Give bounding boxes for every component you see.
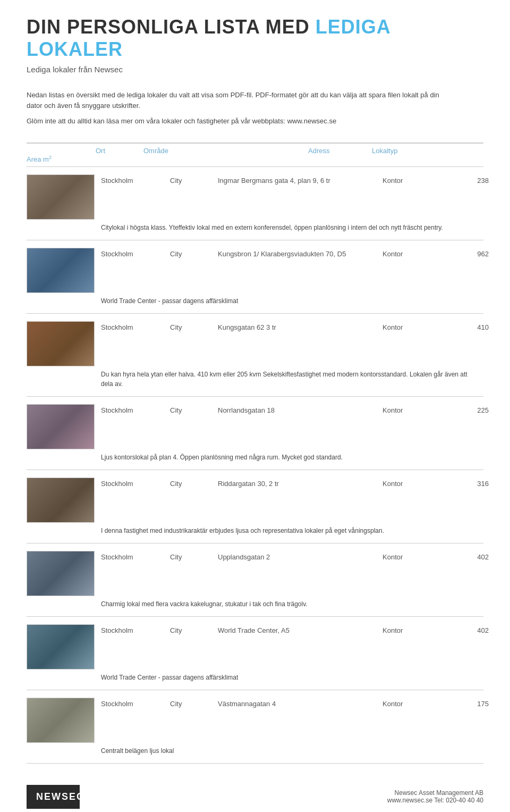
main-title: DIN PERSONLIGA LISTA MED LEDIGA LOKALER <box>27 16 483 61</box>
listing-address-4: Norrlandsgatan 18 <box>218 404 382 414</box>
col-adress: Adress <box>308 147 372 155</box>
listing-size-3: 410 <box>446 321 489 331</box>
listings-container: Stockholm City Ingmar Bergmans gata 4, p… <box>27 167 483 764</box>
listing-description-7: World Trade Center - passar dagens affär… <box>27 673 483 682</box>
listing-type-7: Kontor <box>382 624 446 634</box>
footer-website: www.newsec.se Tel: 020-40 40 40 <box>387 797 483 804</box>
listing-city-6: Stockholm <box>101 551 170 561</box>
listing-type-8: Kontor <box>382 698 446 708</box>
listing-image-1 <box>27 174 95 220</box>
listing-size-8: 175 <box>446 698 489 708</box>
listing-description-6: Charmig lokal med flera vackra kakelugna… <box>27 599 483 609</box>
listing-image-4 <box>27 404 95 449</box>
listing-area-5: City <box>170 478 218 488</box>
listing-address-2: Kungsbron 1/ Klarabergsviadukten 70, D5 <box>218 248 382 258</box>
listing-row: Stockholm City Kungsbron 1/ Klarabergsvi… <box>27 240 483 314</box>
listing-area-4: City <box>170 404 218 414</box>
listing-image-3 <box>27 321 95 366</box>
listing-area-7: City <box>170 624 218 634</box>
listing-address-7: World Trade Center, A5 <box>218 624 382 634</box>
listing-area-2: City <box>170 248 218 258</box>
subtitle: Lediga lokaler från Newsec <box>27 65 483 74</box>
footer-contact: Newsec Asset Management AB www.newsec.se… <box>387 789 483 804</box>
listing-description-3: Du kan hyra hela ytan eller halva. 410 k… <box>27 370 483 389</box>
intro-line2: Glöm inte att du alltid kan läsa mer om … <box>27 116 452 127</box>
title-part1: DIN PERSONLIGA LISTA MED <box>27 16 310 38</box>
listing-address-8: Västmannagatan 4 <box>218 698 382 708</box>
listing-image-5 <box>27 478 95 523</box>
listing-description-5: I denna fastighet med industrikaraktär e… <box>27 526 483 535</box>
listing-row: Stockholm City Västmannagatan 4 Kontor 1… <box>27 690 483 764</box>
listing-city-4: Stockholm <box>101 404 170 414</box>
footer-company: Newsec Asset Management AB <box>387 789 483 797</box>
col-omrade: Område <box>143 147 308 155</box>
listing-row: Stockholm City Ingmar Bergmans gata 4, p… <box>27 167 483 240</box>
listing-size-4: 225 <box>446 404 489 414</box>
listing-area-6: City <box>170 551 218 561</box>
listing-address-1: Ingmar Bergmans gata 4, plan 9, 6 tr <box>218 174 382 185</box>
listing-description-1: Citylokal i högsta klass. Yteffektiv lok… <box>27 223 483 232</box>
listing-city-7: Stockholm <box>101 624 170 634</box>
listing-area-3: City <box>170 321 218 331</box>
col-ort: Ort <box>96 147 143 155</box>
listing-size-1: 238 <box>446 174 489 185</box>
listing-image-8 <box>27 698 95 743</box>
listing-area-1: City <box>170 174 218 185</box>
listing-type-2: Kontor <box>382 248 446 258</box>
listing-size-5: 316 <box>446 478 489 488</box>
newsec-logo: NEWSEC <box>27 785 80 809</box>
listing-address-5: Riddargatan 30, 2 tr <box>218 478 382 488</box>
listing-description-8: Centralt belägen ljus lokal <box>27 746 483 756</box>
table-header: Ort Område Adress Lokaltyp Area m2 <box>27 143 483 167</box>
listing-type-6: Kontor <box>382 551 446 561</box>
listing-image-6 <box>27 551 95 596</box>
listing-row: Stockholm City Norrlandsgatan 18 Kontor … <box>27 397 483 470</box>
listing-type-3: Kontor <box>382 321 446 331</box>
listing-type-5: Kontor <box>382 478 446 488</box>
listing-type-4: Kontor <box>382 404 446 414</box>
listing-row: Stockholm City World Trade Center, A5 Ko… <box>27 617 483 690</box>
listing-type-1: Kontor <box>382 174 446 185</box>
listing-city-3: Stockholm <box>101 321 170 331</box>
listing-size-7: 402 <box>446 624 489 634</box>
listing-row: Stockholm City Riddargatan 30, 2 tr Kont… <box>27 470 483 543</box>
col-area: Area m2 <box>27 155 96 163</box>
listing-row: Stockholm City Upplandsgatan 2 Kontor 40… <box>27 543 483 617</box>
listing-size-6: 402 <box>446 551 489 561</box>
listing-size-2: 962 <box>446 248 489 258</box>
listing-row: Stockholm City Kungsgatan 62 3 tr Kontor… <box>27 314 483 397</box>
col-lokaltyp: Lokaltyp <box>372 147 414 155</box>
listing-address-3: Kungsgatan 62 3 tr <box>218 321 382 331</box>
intro-line1: Nedan listas en översikt med de lediga l… <box>27 90 452 111</box>
listing-image-2 <box>27 248 95 293</box>
listing-address-6: Upplandsgatan 2 <box>218 551 382 561</box>
listing-area-8: City <box>170 698 218 708</box>
listing-city-2: Stockholm <box>101 248 170 258</box>
listing-city-8: Stockholm <box>101 698 170 708</box>
listing-city-5: Stockholm <box>101 478 170 488</box>
listing-image-7 <box>27 624 95 669</box>
listing-description-2: World Trade Center - passar dagens affär… <box>27 296 483 306</box>
page-header: DIN PERSONLIGA LISTA MED LEDIGA LOKALER … <box>27 16 483 74</box>
footer: NEWSEC Newsec Asset Management AB www.ne… <box>27 785 483 809</box>
listing-city-1: Stockholm <box>101 174 170 185</box>
listing-description-4: Ljus kontorslokal på plan 4. Öppen planl… <box>27 453 483 462</box>
